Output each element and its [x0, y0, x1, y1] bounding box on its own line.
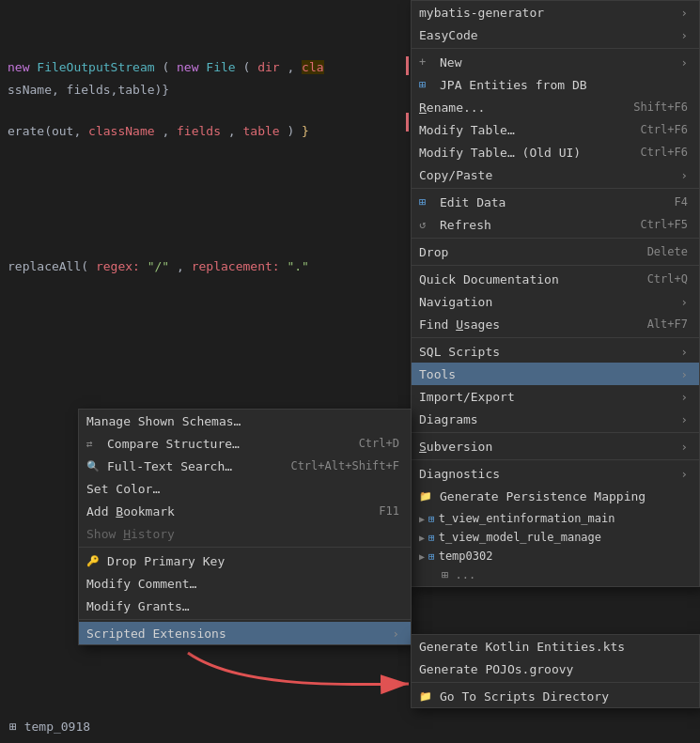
- divider-3: [412, 238, 699, 239]
- tree-item-more: ⊞ ...: [412, 565, 699, 584]
- menu-item-goto-scripts[interactable]: 📁 Go To Scripts Directory: [412, 685, 699, 707]
- tree-item-1[interactable]: ▶ ⊞ t_view_entinformation_main: [412, 509, 699, 528]
- menu-item-scripted-extensions[interactable]: Scripted Extensions ›: [79, 622, 411, 644]
- menu-item-set-color[interactable]: Set Color…: [79, 477, 411, 500]
- menu-item-subversion[interactable]: Subversion ›: [412, 435, 699, 457]
- left-context-menu: Manage Shown Schemas… ⇄ Compare Structur…: [78, 409, 412, 645]
- code-line-4: erate(out, className , fields , table ) …: [0, 120, 409, 143]
- menu-item-modify-grants[interactable]: Modify Grants…: [79, 595, 411, 617]
- menu-item-find-usages[interactable]: Find Usages Alt+F7: [412, 313, 699, 335]
- menu-item-modify-comment[interactable]: Modify Comment…: [79, 572, 411, 595]
- menu-item-quick-doc[interactable]: Quick Documentation Ctrl+Q: [412, 268, 699, 290]
- menu-item-diagnostics[interactable]: Diagnostics ›: [412, 462, 699, 485]
- divider-2: [412, 188, 699, 189]
- menu-item-gen-kotlin[interactable]: Generate Kotlin Entities.kts: [412, 635, 699, 658]
- divider-5: [412, 337, 699, 338]
- menu-item-add-bookmark[interactable]: Add Bookmark F11: [79, 500, 411, 522]
- tree-container: ▶ ⊞ t_view_entinformation_main ▶ ⊞ t_vie…: [412, 507, 699, 586]
- divider-4: [412, 265, 699, 266]
- menu-item-modify-table[interactable]: Modify Table… Ctrl+F6: [412, 118, 699, 141]
- menu-item-gen-pojos[interactable]: Generate POJOs.groovy: [412, 658, 699, 680]
- menu-item-drop-primary-key[interactable]: 🔑 Drop Primary Key: [79, 550, 411, 572]
- menu-item-sql-scripts[interactable]: SQL Scripts ›: [412, 340, 699, 363]
- menu-item-compare-structure[interactable]: ⇄ Compare Structure… Ctrl+D: [79, 432, 411, 455]
- menu-item-fulltext-search[interactable]: 🔍 Full-Text Search… Ctrl+Alt+Shift+F: [79, 455, 411, 477]
- code-line-replace: replaceAll( regex: "/" , replacement: ".…: [0, 255, 409, 278]
- menu-item-rename[interactable]: Rename... Shift+F6: [412, 96, 699, 118]
- divider-7: [412, 459, 699, 460]
- left-divider-1: [79, 547, 411, 548]
- menu-item-show-history[interactable]: Show History: [79, 522, 411, 545]
- menu-item-edit-data[interactable]: ⊞ Edit Data F4: [412, 191, 699, 213]
- bottom-code: ⊞ temp_0918: [9, 720, 90, 734]
- left-divider-2: [79, 619, 411, 620]
- menu-item-mybatis[interactable]: mybatis-generator ›: [412, 1, 699, 23]
- menu-item-tools[interactable]: Tools ›: [412, 363, 699, 385]
- tree-item-2[interactable]: ▶ ⊞ t_view_model_rule_manage: [412, 528, 699, 547]
- menu-item-new[interactable]: + New ›: [412, 51, 699, 73]
- divider-1: [412, 48, 699, 49]
- code-line-2: ssName, fields,table)}: [0, 79, 409, 101]
- menu-item-diagrams[interactable]: Diagrams ›: [412, 408, 699, 430]
- menu-item-copypaste[interactable]: Copy/Paste ›: [412, 163, 699, 186]
- menu-item-import-export[interactable]: Import/Export ›: [412, 385, 699, 408]
- red-marker-2: [406, 113, 409, 132]
- menu-item-refresh[interactable]: ↺ Refresh Ctrl+F5: [412, 213, 699, 236]
- code-line-1: new FileOutputStream ( new File ( dir , …: [0, 56, 409, 79]
- sub-divider-1: [412, 682, 699, 683]
- divider-6: [412, 432, 699, 433]
- tree-item-3[interactable]: ▶ ⊞ temp0302: [412, 547, 699, 565]
- scripted-extensions-submenu: Generate Kotlin Entities.kts Generate PO…: [411, 634, 700, 708]
- menu-item-manage-schemas[interactable]: Manage Shown Schemas…: [79, 410, 411, 432]
- menu-item-drop[interactable]: Drop Delete: [412, 240, 699, 263]
- menu-item-jpa[interactable]: ⊞ JPA Entities from DB: [412, 73, 699, 96]
- menu-item-modify-table-old[interactable]: Modify Table… (Old UI) Ctrl+F6: [412, 141, 699, 163]
- menu-item-gen-persistence[interactable]: 📁 Generate Persistence Mapping: [412, 485, 699, 507]
- red-marker-1: [406, 56, 409, 75]
- code-line-empty: [0, 101, 409, 120]
- main-context-menu: mybatis-generator › EasyCode › + New › ⊞…: [411, 0, 700, 587]
- menu-item-easycode[interactable]: EasyCode ›: [412, 23, 699, 46]
- menu-item-navigation[interactable]: Navigation ›: [412, 290, 699, 313]
